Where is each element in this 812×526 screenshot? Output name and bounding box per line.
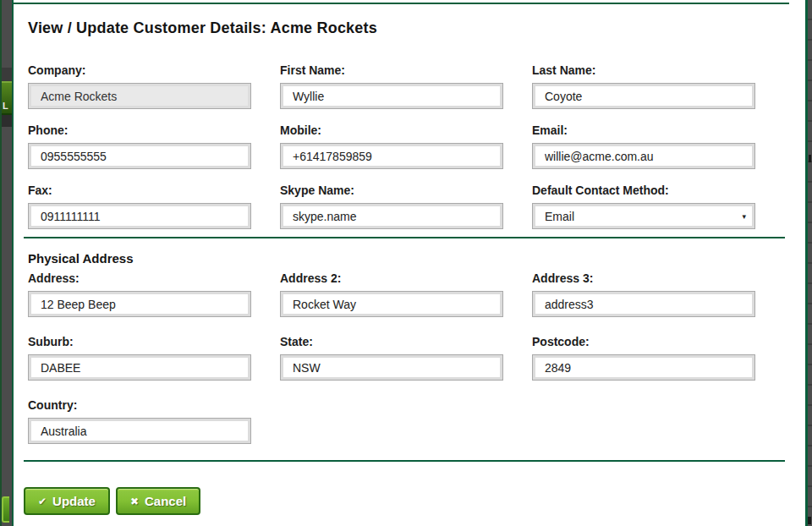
field-company: Company:: [28, 63, 251, 109]
background-fragment: [2, 115, 12, 127]
phone-label: Phone:: [28, 123, 251, 138]
contact-method-label: Default Contact Method:: [532, 184, 755, 198]
field-last-name: Last Name:: [532, 63, 755, 109]
address2-input[interactable]: [280, 291, 503, 317]
field-address2: Address 2:: [280, 271, 503, 317]
mobile-label: Mobile:: [280, 123, 503, 138]
address3-input[interactable]: [532, 291, 755, 317]
company-input: [28, 83, 251, 109]
customer-details-modal: View / Update Customer Details: Acme Roc…: [12, 0, 808, 526]
address3-label: Address 3:: [532, 271, 755, 286]
contact-method-selected-value: Email: [545, 210, 574, 223]
skype-input[interactable]: [280, 203, 503, 229]
field-phone: Phone:: [28, 123, 251, 169]
field-first-name: First Name:: [280, 63, 503, 109]
section-divider: [24, 237, 785, 238]
background-text-fragment: [808, 517, 811, 524]
suburb-input[interactable]: [28, 354, 251, 381]
update-button[interactable]: ✔ Update: [24, 487, 110, 515]
mobile-input[interactable]: [280, 143, 503, 169]
fax-label: Fax:: [28, 184, 251, 198]
address1-input[interactable]: [28, 291, 251, 317]
postcode-input[interactable]: [532, 354, 755, 381]
button-row: ✔ Update ✖ Cancel: [24, 487, 805, 515]
address-grid: Address: Address 2: Address 3: Suburb: S…: [28, 271, 789, 444]
country-input[interactable]: [28, 418, 251, 444]
field-mobile: Mobile:: [280, 123, 503, 169]
email-input[interactable]: [532, 143, 755, 169]
field-contact-method: Default Contact Method: Email ▾: [532, 184, 755, 229]
cancel-button[interactable]: ✖ Cancel: [116, 487, 200, 515]
last-name-input[interactable]: [532, 83, 755, 109]
check-icon: ✔: [38, 496, 47, 507]
field-fax: Fax:: [28, 184, 251, 229]
fax-input[interactable]: [28, 203, 251, 229]
physical-address-heading: Physical Address: [28, 251, 805, 266]
last-name-label: Last Name:: [532, 63, 755, 78]
background-text-fragment: [809, 155, 811, 162]
field-address1: Address:: [28, 271, 251, 317]
x-icon: ✖: [130, 496, 139, 507]
field-address3: Address 3:: [532, 271, 755, 317]
suburb-label: Suburb:: [28, 335, 251, 349]
dropdown-arrow-icon: ▾: [742, 212, 746, 221]
background-table-fragment: [808, 0, 812, 526]
field-country: Country:: [28, 398, 251, 444]
update-button-label: Update: [52, 494, 96, 508]
email-label: Email:: [532, 123, 755, 138]
contact-method-select[interactable]: Email ▾: [532, 203, 755, 229]
address2-label: Address 2:: [280, 271, 503, 286]
top-divider: [14, 3, 789, 4]
field-state: State:: [280, 335, 503, 381]
country-label: Country:: [28, 398, 251, 413]
address1-label: Address:: [28, 271, 251, 286]
field-suburb: Suburb:: [28, 335, 251, 381]
footer-divider: [24, 460, 785, 462]
field-skype: Skype Name:: [280, 184, 503, 229]
field-email: Email:: [532, 123, 755, 169]
background-button-fragment: [2, 496, 9, 523]
background-fragment: [2, 68, 12, 81]
first-name-label: First Name:: [280, 63, 503, 78]
page-title: View / Update Customer Details: Acme Roc…: [28, 18, 805, 38]
field-postcode: Postcode:: [532, 335, 755, 381]
background-button-fragment: L: [2, 81, 12, 115]
contact-details-grid: Company: First Name: Last Name: Phone: M…: [28, 63, 789, 229]
background-partial-letter: L: [3, 101, 8, 111]
cancel-button-label: Cancel: [145, 494, 186, 508]
skype-label: Skype Name:: [280, 184, 503, 198]
postcode-label: Postcode:: [532, 335, 755, 349]
state-input[interactable]: [280, 354, 503, 381]
state-label: State:: [280, 335, 503, 349]
phone-input[interactable]: [28, 143, 251, 169]
first-name-input[interactable]: [280, 83, 503, 109]
company-label: Company:: [28, 63, 251, 78]
